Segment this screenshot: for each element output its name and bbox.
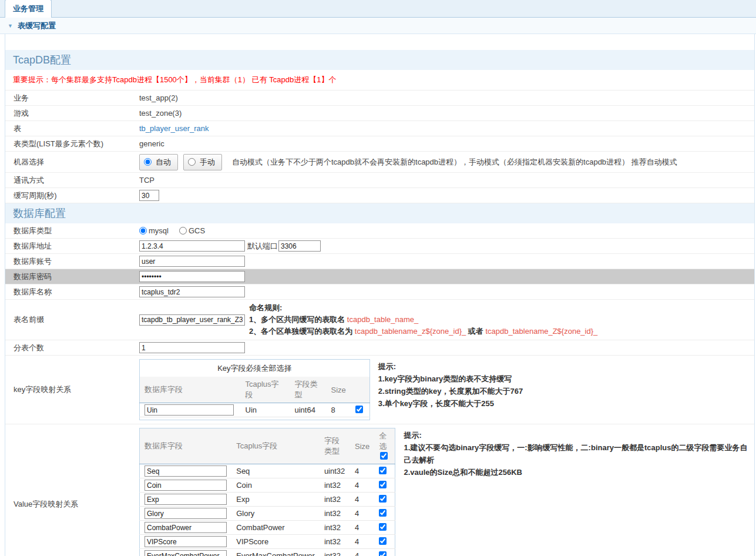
value-table-row: CombatPower int32 4 <box>140 521 395 535</box>
tab-business-management[interactable]: 业务管理 <box>5 0 52 18</box>
collapse-arrow-icon: ▼ <box>8 23 13 29</box>
value-db-field-input[interactable] <box>145 465 227 477</box>
row-machine-select: 机器选择 自动 手动 自动模式（业务下不少于两个tcapdb就不会再安装新的tc… <box>5 152 754 173</box>
value-size: 4 <box>350 478 374 493</box>
value-field-type: int32 <box>320 478 350 493</box>
db-address-label: 数据库地址 <box>5 241 139 252</box>
row-db-name: 数据库名称 <box>5 284 754 300</box>
db-type-gcs-option[interactable]: GCS <box>179 226 205 235</box>
table-type-value: generic <box>139 139 754 148</box>
table-prefix-label: 表名前缀 <box>5 314 139 325</box>
db-type-gcs-label: GCS <box>189 226 205 235</box>
value-table-row: Coin int32 4 <box>140 478 395 493</box>
key-tip-2: 2.string类型的key，长度累加不能大于767 <box>378 385 523 397</box>
key-col-check <box>351 377 370 403</box>
value-field-type: uint32 <box>320 464 350 478</box>
machine-manual-radio[interactable] <box>188 158 196 166</box>
row-db-address: 数据库地址 默认端口 <box>5 239 754 254</box>
table-type-label: 表类型(LIST最多元素个数) <box>5 139 139 149</box>
value-db-field-input[interactable] <box>145 522 227 533</box>
value-tcaplus-field: EverMaxCombatPower <box>231 549 320 556</box>
machine-auto-option[interactable]: 自动 <box>139 154 178 170</box>
table-prefix-input[interactable] <box>139 314 245 326</box>
row-game: 游戏 test_zone(3) <box>5 106 754 121</box>
game-value: test_zone(3) <box>139 109 754 118</box>
value-db-field-input[interactable] <box>145 508 227 519</box>
key-col-size: Size <box>327 377 351 403</box>
machine-auto-radio[interactable] <box>144 158 152 166</box>
db-user-input[interactable] <box>139 256 245 267</box>
machine-manual-option[interactable]: 手动 <box>183 154 222 170</box>
value-row-checkbox[interactable] <box>379 537 387 545</box>
row-table-type: 表类型(LIST最多元素个数) generic <box>5 136 754 152</box>
table-name-link[interactable]: tb_player_user_rank <box>139 124 209 133</box>
value-size: 4 <box>350 507 374 521</box>
key-mapping-tips: 提示: 1.key字段为binary类型的表不支持缓写 2.string类型的k… <box>378 359 523 410</box>
value-db-field-input[interactable] <box>145 480 227 491</box>
db-type-mysql-radio[interactable] <box>139 227 147 235</box>
key-tcaplus-field: Uin <box>241 403 290 417</box>
db-address-input[interactable] <box>139 240 245 252</box>
value-col-size: Size <box>350 428 374 464</box>
value-size: 4 <box>350 464 374 478</box>
key-field-type: uint64 <box>290 403 327 417</box>
key-db-field-input[interactable] <box>145 404 234 416</box>
naming-rules-title: 命名规则: <box>249 302 597 314</box>
key-col-field-type: 字段类型 <box>290 377 327 403</box>
select-all-checkbox[interactable] <box>380 452 388 460</box>
value-table-row: VIPScore int32 4 <box>140 535 395 549</box>
naming-rule-2: 2、各个区单独缓写的表取名为 tcapdb_tablename_z${zone_… <box>249 326 597 337</box>
value-field-type: int32 <box>320 507 350 521</box>
key-table-caption: Key字段必须全部选择 <box>140 360 370 377</box>
protocol-value: TCP <box>139 176 754 185</box>
row-db-password: 数据库密码 <box>5 269 754 284</box>
value-row-checkbox[interactable] <box>379 467 387 474</box>
value-row-checkbox[interactable] <box>379 495 387 503</box>
machine-auto-label: 自动 <box>156 157 171 168</box>
value-tcaplus-field: VIPScore <box>231 535 320 549</box>
machine-manual-label: 手动 <box>200 157 215 168</box>
row-cache-cycle: 缓写周期(秒) <box>5 188 754 203</box>
value-table-row: Seq uint32 4 <box>140 464 395 478</box>
key-mapping-table: Key字段必须全部选择 数据库字段 Tcaplus字段 字段类型 Size Ui… <box>139 359 370 420</box>
db-password-label: 数据库密码 <box>5 272 139 282</box>
value-size: 4 <box>350 549 374 556</box>
value-size: 4 <box>350 493 374 507</box>
value-row-checkbox[interactable] <box>379 551 387 556</box>
db-port-input[interactable] <box>278 240 321 252</box>
value-tcaplus-field: CombatPower <box>231 521 320 535</box>
value-row-checkbox[interactable] <box>379 523 387 531</box>
value-table-row: Glory int32 4 <box>140 507 395 521</box>
db-name-input[interactable] <box>139 286 245 297</box>
rule1-code: tcapdb_table_name_ <box>347 315 418 324</box>
collapse-bar-table-cache-config[interactable]: ▼ 表缓写配置 <box>0 18 756 34</box>
db-type-mysql-option[interactable]: mysql <box>139 226 169 235</box>
value-tcaplus-field: Exp <box>231 493 320 507</box>
key-row-checkbox[interactable] <box>355 406 363 413</box>
db-password-input[interactable] <box>139 271 245 282</box>
value-field-type: int32 <box>320 535 350 549</box>
value-col-field-type: 字段类型 <box>320 428 350 464</box>
db-type-label: 数据库类型 <box>5 226 139 236</box>
value-mapping-table: 数据库字段 Tcaplus字段 字段类型 Size 全选 Seq uint32 … <box>139 428 395 556</box>
value-tip-2: 2.vaule的Size总和不能超过256KB <box>404 466 754 478</box>
value-row-checkbox[interactable] <box>379 509 387 517</box>
value-db-field-input[interactable] <box>145 494 227 505</box>
value-db-field-input[interactable] <box>145 536 227 547</box>
value-tcaplus-field: Seq <box>231 464 320 478</box>
shard-count-input[interactable] <box>139 342 245 353</box>
value-table-row: EverMaxCombatPower int32 4 <box>140 549 395 556</box>
machine-select-label: 机器选择 <box>5 157 139 168</box>
row-protocol: 通讯方式 TCP <box>5 173 754 188</box>
value-tips-title: 提示: <box>404 429 754 441</box>
db-type-gcs-radio[interactable] <box>179 227 187 235</box>
value-db-field-input[interactable] <box>145 550 227 556</box>
value-row-checkbox[interactable] <box>379 481 387 488</box>
business-label: 业务 <box>5 93 139 103</box>
value-col-select-all: 全选 <box>374 428 395 464</box>
db-name-label: 数据库名称 <box>5 287 139 297</box>
db-port-label: 默认端口 <box>247 241 278 252</box>
row-business: 业务 test_app(2) <box>5 91 754 106</box>
cache-cycle-input[interactable] <box>139 190 159 201</box>
value-mapping-tips: 提示: 1.建议不要勾选binary字段缓写，一:影响缓写性能，二:binary… <box>404 428 754 478</box>
